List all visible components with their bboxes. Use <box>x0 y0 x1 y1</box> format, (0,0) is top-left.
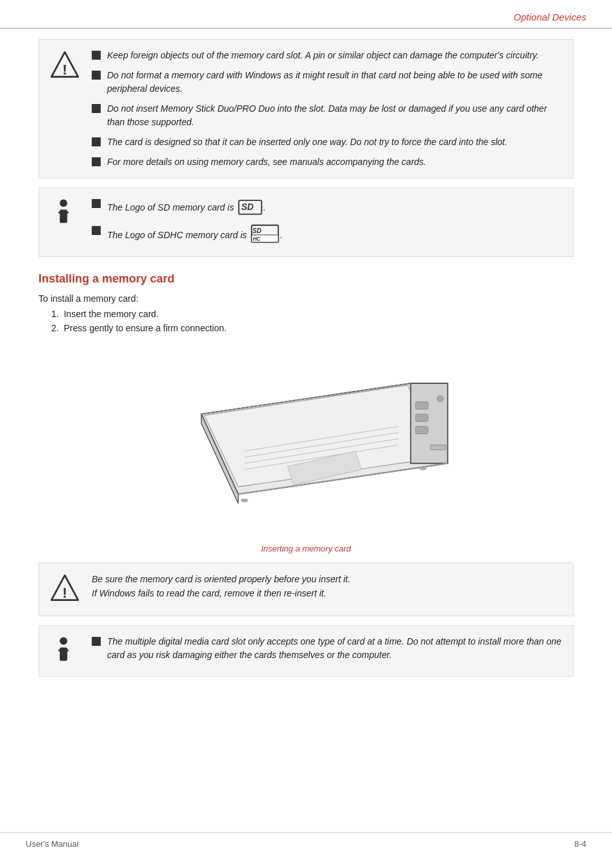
bullet-icon <box>92 157 101 166</box>
info-line-3: The multiple digital media card slot onl… <box>92 635 563 662</box>
laptop-caption: Inserting a memory card <box>261 544 351 553</box>
bullet-icon <box>92 199 101 208</box>
info-box-1: The Logo of SD memory card is SD . The L… <box>38 187 574 257</box>
info-line-2: The Logo of SDHC memory card is SD HC . <box>92 224 283 247</box>
svg-point-2 <box>60 199 67 207</box>
svg-point-28 <box>241 499 248 503</box>
bullet-icon <box>92 71 101 80</box>
svg-text:!: ! <box>62 585 67 601</box>
sdhc-logo: SD HC <box>251 224 279 247</box>
page-title: Optional Devices <box>514 12 586 22</box>
warning-item: The card is designed so that it can be i… <box>92 135 563 149</box>
svg-rect-15 <box>416 402 428 410</box>
page-header: Optional Devices <box>0 0 612 29</box>
svg-point-18 <box>437 395 443 402</box>
bullet-icon <box>92 51 101 60</box>
main-content: ! Keep foreign objects out of the memory… <box>0 39 612 711</box>
section-heading: Installing a memory card <box>38 272 574 286</box>
svg-text:HC: HC <box>253 236 260 242</box>
info-icon-1 <box>49 198 83 229</box>
svg-text:SD: SD <box>252 227 261 234</box>
warning-list-1: Keep foreign objects out of the memory c… <box>92 49 563 169</box>
step-1: 1. Insert the memory card. <box>51 309 574 319</box>
svg-rect-34 <box>58 650 69 652</box>
bullet-icon <box>92 226 101 235</box>
footer-left: User's Manual <box>26 839 79 849</box>
bullet-icon <box>92 637 101 646</box>
svg-rect-4 <box>58 212 69 214</box>
warning-box-1: ! Keep foreign objects out of the memory… <box>38 39 574 178</box>
info-content-1: The Logo of SD memory card is SD . The L… <box>92 197 283 247</box>
svg-point-29 <box>420 467 427 471</box>
warning-item: Keep foreign objects out of the memory c… <box>92 49 563 62</box>
warning-text-2: Be sure the memory card is oriented prop… <box>92 572 350 601</box>
warning-item: Do not format a memory card with Windows… <box>92 69 563 96</box>
info-icon-2 <box>49 636 83 667</box>
warning-box-2: ! Be sure the memory card is oriented pr… <box>38 562 574 616</box>
svg-text:SD: SD <box>241 202 253 212</box>
warning-icon-2: ! <box>49 573 83 607</box>
info-box-2: The multiple digital media card slot onl… <box>38 625 574 677</box>
svg-rect-17 <box>416 426 428 434</box>
intro-text: To install a memory card: <box>38 293 574 304</box>
bullet-icon <box>92 104 101 113</box>
info-line-1: The Logo of SD memory card is SD . <box>92 197 283 219</box>
bullet-icon <box>92 137 101 146</box>
footer-right: 8-4 <box>574 839 586 849</box>
sd-logo: SD <box>238 197 262 219</box>
info-content-2: The multiple digital media card slot onl… <box>92 635 563 662</box>
svg-marker-14 <box>411 383 448 464</box>
svg-point-32 <box>60 637 67 645</box>
page-footer: User's Manual 8-4 <box>0 832 612 855</box>
warning-item: For more details on using memory cards, … <box>92 155 563 169</box>
warning-icon-1: ! <box>49 50 83 83</box>
svg-rect-16 <box>416 414 428 422</box>
laptop-illustration: Inserting a memory card <box>38 352 574 553</box>
svg-rect-27 <box>430 445 446 450</box>
step-2: 2. Press gently to ensure a firm connect… <box>51 323 574 333</box>
laptop-svg <box>152 352 460 537</box>
svg-text:!: ! <box>62 62 67 78</box>
warning-item: Do not insert Memory Stick Duo/PRO Duo i… <box>92 102 563 129</box>
steps-list: 1. Insert the memory card. 2. Press gent… <box>38 309 574 333</box>
